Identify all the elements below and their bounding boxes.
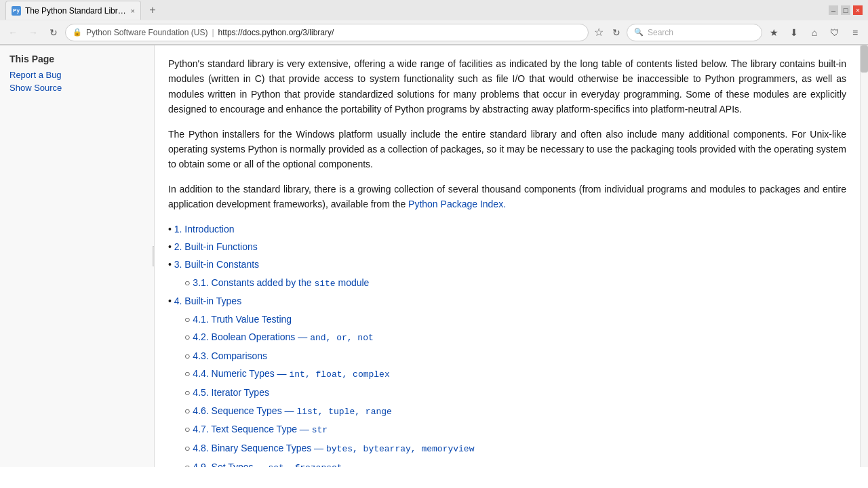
toc-item-2: • 2. Built-in Functions	[168, 239, 846, 254]
close-button[interactable]: ×	[853, 5, 863, 15]
scrollbar-thumb[interactable]	[861, 45, 868, 73]
search-bar[interactable]: 🔍 Search	[627, 24, 762, 41]
bookmark-page-button[interactable]: ☆	[591, 25, 606, 40]
toc-subitem-4-7: ○ 4.7. Text Sequence Type — str	[184, 422, 846, 438]
scrollbar-track[interactable]	[860, 45, 868, 467]
maximize-button[interactable]: □	[841, 5, 850, 15]
toc-subitem-4-5: ○ 4.5. Iterator Types	[184, 385, 846, 400]
shield-icon[interactable]: 🛡	[826, 24, 844, 41]
minimize-button[interactable]: –	[829, 5, 838, 15]
main-layout: This Page Report a Bug Show Source « Pyt…	[0, 45, 868, 467]
sidebar-link-show-source[interactable]: Show Source	[9, 83, 144, 93]
toc-link-set-types[interactable]: 4.9. Set Types — set, frozenset	[193, 462, 342, 467]
url-display: https://docs.python.org/3/library/	[218, 28, 334, 37]
pypi-link[interactable]: Python Package Index.	[408, 199, 506, 209]
url-separator: |	[212, 28, 214, 37]
sidebar-section-title: This Page	[9, 54, 144, 64]
toc-link-binary-sequence[interactable]: 4.8. Binary Sequence Types — bytes, byte…	[193, 443, 474, 453]
toc-item-1: • 1. Introduction	[168, 222, 846, 237]
toc-subitem-3-1: ○ 3.1. Constants added by the site modul…	[184, 275, 846, 291]
toc-subitem-4-6: ○ 4.6. Sequence Types — list, tuple, ran…	[184, 403, 846, 420]
window-controls: – □ ×	[829, 5, 863, 15]
pocket-icon[interactable]: ⬇	[785, 24, 803, 41]
toc-link-builtin-functions[interactable]: 2. Built-in Functions	[174, 241, 258, 252]
toc-link-iterator-types[interactable]: 4.5. Iterator Types	[193, 387, 269, 398]
toc-link-introduction[interactable]: 1. Introduction	[174, 224, 235, 235]
tab-title: The Python Standard Libra...	[25, 6, 127, 16]
forward-button[interactable]: →	[24, 24, 42, 41]
menu-icon[interactable]: ≡	[846, 24, 864, 41]
sidebar-link-report-bug[interactable]: Report a Bug	[9, 70, 144, 80]
paragraph-2: The Python installers for the Windows pl…	[168, 127, 846, 172]
toc-list: • 1. Introduction • 2. Built-in Function…	[168, 222, 846, 467]
sidebar-collapse-button[interactable]: «	[153, 246, 155, 266]
toc-subitem-4-9: ○ 4.9. Set Types — set, frozenset	[184, 460, 846, 467]
toc-link-truth-value[interactable]: 4.1. Truth Value Testing	[193, 314, 292, 325]
bookmarks-icon[interactable]: ★	[765, 24, 783, 41]
lock-icon: 🔒	[73, 28, 82, 37]
toc-link-site-constants[interactable]: 3.1. Constants added by the site module	[193, 277, 369, 288]
new-tab-button[interactable]: +	[144, 1, 161, 19]
browser-chrome: Py The Python Standard Libra... × + – □ …	[0, 0, 868, 45]
address-bar[interactable]: 🔒 Python Software Foundation (US) | http…	[65, 24, 589, 41]
toc-link-text-sequence[interactable]: 4.7. Text Sequence Type — str	[193, 424, 328, 434]
toc-link-sequence-types[interactable]: 4.6. Sequence Types — list, tuple, range	[193, 405, 392, 416]
search-icon: 🔍	[634, 28, 644, 37]
toc-sublist-4: ○ 4.1. Truth Value Testing ○ 4.2. Boolea…	[168, 312, 846, 467]
sidebar: This Page Report a Bug Show Source «	[0, 45, 155, 467]
origin-label: Python Software Foundation (US)	[86, 28, 208, 37]
toc-link-builtin-types[interactable]: 4. Built-in Types	[174, 296, 241, 306]
paragraph-3: In addition to the standard library, the…	[168, 182, 846, 212]
toc-item-4: • 4. Built-in Types ○ 4.1. Truth Value T…	[168, 293, 846, 467]
toc-sublist-3: ○ 3.1. Constants added by the site modul…	[168, 275, 846, 291]
back-button[interactable]: ←	[4, 24, 22, 41]
refresh-button[interactable]: ↻	[45, 24, 62, 41]
toc-subitem-4-4: ○ 4.4. Numeric Types — int, float, compl…	[184, 366, 846, 382]
toc-link-boolean-ops[interactable]: 4.2. Boolean Operations — and, or, not	[193, 331, 373, 342]
toolbar-icons: ★ ⬇ ⌂ 🛡 ≡	[765, 24, 864, 41]
navigation-bar: ← → ↻ 🔒 Python Software Foundation (US) …	[0, 20, 868, 45]
toc-subitem-4-2: ○ 4.2. Boolean Operations — and, or, not	[184, 329, 846, 346]
page-refresh-button[interactable]: ↻	[609, 25, 624, 40]
toc-subitem-4-3: ○ 4.3. Comparisons	[184, 348, 846, 363]
content-area: Python's standard library is very extens…	[155, 45, 860, 467]
tab-close-button[interactable]: ×	[131, 7, 135, 15]
toc-subitem-4-8: ○ 4.8. Binary Sequence Types — bytes, by…	[184, 441, 846, 457]
toc-link-comparisons[interactable]: 4.3. Comparisons	[193, 350, 267, 361]
paragraph-1: Python's standard library is very extens…	[168, 56, 846, 117]
toc-item-3: • 3. Built-in Constants ○ 3.1. Constants…	[168, 257, 846, 291]
toc-subitem-4-1: ○ 4.1. Truth Value Testing	[184, 312, 846, 327]
tab-favicon: Py	[12, 6, 21, 16]
toc-link-builtin-constants[interactable]: 3. Built-in Constants	[174, 259, 259, 270]
title-bar: Py The Python Standard Libra... × + – □ …	[0, 0, 868, 20]
toc-link-numeric-types[interactable]: 4.4. Numeric Types — int, float, complex	[193, 368, 389, 379]
search-placeholder: Search	[648, 28, 673, 37]
home-icon[interactable]: ⌂	[806, 24, 823, 41]
browser-tab[interactable]: Py The Python Standard Libra... ×	[5, 1, 141, 20]
